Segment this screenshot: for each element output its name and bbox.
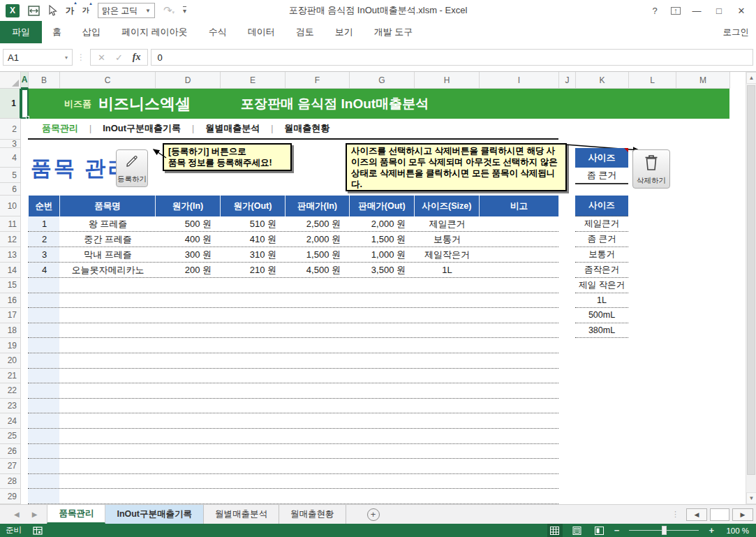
maximize-icon[interactable]: □ xyxy=(713,6,725,16)
zoom-slider[interactable] xyxy=(629,530,699,531)
table-cell[interactable]: 500 원 xyxy=(156,216,221,231)
ribbon-tab-7[interactable]: 보기 xyxy=(325,21,364,43)
size-list-item[interactable]: 좀 큰거 xyxy=(575,232,628,247)
macro-record-icon[interactable] xyxy=(33,527,43,535)
table-cell[interactable]: 210 원 xyxy=(221,263,286,277)
table-cell[interactable]: 3 xyxy=(29,247,60,262)
minimize-icon[interactable]: — xyxy=(690,6,703,16)
vertical-scrollbar[interactable]: ▲ ▼ xyxy=(746,72,756,504)
column-header-G[interactable]: G xyxy=(350,72,415,89)
new-sheet-icon[interactable]: + xyxy=(367,508,380,521)
table-cell[interactable]: 막내 프레즐 xyxy=(60,247,156,262)
zoom-in-icon[interactable]: + xyxy=(709,525,714,536)
sheet-canvas[interactable]: 비즈폼 비즈니스엑셀 포장판매 음식점 InOut매출분석 품목관리|InOut… xyxy=(0,89,746,504)
column-header-F[interactable]: F xyxy=(286,72,350,89)
table-cell[interactable] xyxy=(480,247,559,262)
ribbon-tab-6[interactable]: 검토 xyxy=(286,21,325,43)
help-icon[interactable]: ? xyxy=(648,6,661,16)
column-header-E[interactable]: E xyxy=(221,72,286,89)
ribbon-tab-4[interactable]: 수식 xyxy=(198,21,237,43)
table-cell[interactable]: 200 원 xyxy=(156,263,221,277)
table-cell[interactable] xyxy=(480,263,559,277)
column-header-C[interactable]: C xyxy=(60,72,156,89)
ribbon-display-options-icon[interactable]: ↑ xyxy=(671,7,681,15)
ribbon-tab-1[interactable]: 홈 xyxy=(42,21,72,43)
table-cell[interactable]: 2,000 원 xyxy=(286,232,350,247)
touch-mode-icon[interactable] xyxy=(28,6,40,16)
row-number-fill[interactable] xyxy=(28,429,59,443)
table-cell[interactable]: 1,500 원 xyxy=(350,232,415,247)
table-cell[interactable]: 2,500 원 xyxy=(286,216,350,231)
table-cell[interactable]: 왕 프레즐 xyxy=(60,216,156,231)
size-selector-header[interactable]: 사이즈 xyxy=(575,148,628,168)
ribbon-tab-5[interactable]: 데이터 xyxy=(237,21,286,43)
table-cell[interactable]: 2 xyxy=(29,232,60,247)
size-list-item[interactable]: 1L xyxy=(575,293,628,309)
scrollbar-resize-handle[interactable]: ⋮ xyxy=(672,510,679,519)
shrink-font-icon[interactable]: 가▲ xyxy=(82,6,89,15)
column-header-B[interactable]: B xyxy=(29,72,60,89)
nav-link-1[interactable]: InOut구분매출기록 xyxy=(103,122,181,135)
ribbon-tab-8[interactable]: 개발 도구 xyxy=(364,21,424,43)
table-cell[interactable]: 1,500 원 xyxy=(286,247,350,262)
table-cell[interactable]: 510 원 xyxy=(221,216,286,231)
sheet-next-icon[interactable]: ▶ xyxy=(32,510,38,518)
table-cell[interactable] xyxy=(480,232,559,247)
enter-icon[interactable]: ✓ xyxy=(115,52,123,63)
table-header-cell[interactable]: 순번 xyxy=(29,196,60,216)
table-cell[interactable]: 4 xyxy=(29,263,60,277)
table-cell[interactable]: 오늘못자메리카노 xyxy=(60,263,156,277)
ribbon-tab-0[interactable]: 파일 xyxy=(0,21,42,43)
login-link[interactable]: 로그인 xyxy=(723,21,756,43)
ribbon-tab-3[interactable]: 페이지 레이아웃 xyxy=(111,21,198,43)
scroll-left-icon[interactable]: ◀ xyxy=(686,508,707,521)
customize-qat-icon[interactable]: ▾ xyxy=(183,6,186,15)
table-cell[interactable]: 1L xyxy=(415,263,480,277)
table-cell[interactable]: 1 xyxy=(29,216,60,231)
nav-link-3[interactable]: 월매출현황 xyxy=(284,122,329,135)
row-number-fill[interactable] xyxy=(28,369,59,383)
row-number-fill[interactable] xyxy=(28,293,59,308)
select-all-corner[interactable] xyxy=(0,72,21,89)
table-cell[interactable]: 보통거 xyxy=(415,232,480,247)
scroll-up-icon[interactable]: ▲ xyxy=(746,72,756,84)
column-header-H[interactable]: H xyxy=(415,72,480,89)
row-number-fill[interactable] xyxy=(28,323,59,338)
page-layout-view-icon[interactable] xyxy=(570,524,585,537)
zoom-level[interactable]: 100 % xyxy=(721,527,749,535)
column-header-M[interactable]: M xyxy=(676,72,730,89)
page-break-view-icon[interactable] xyxy=(592,524,607,537)
table-cell[interactable]: 2,000 원 xyxy=(350,216,415,231)
name-box[interactable]: A1▾ xyxy=(3,49,73,66)
table-header-cell[interactable]: 사이즈(Size) xyxy=(415,196,480,216)
table-header-cell[interactable]: 원가(Out) xyxy=(221,196,286,216)
font-name-combobox[interactable]: 맑은 고딕▼ xyxy=(98,3,155,18)
size-list-item[interactable]: 제일큰거 xyxy=(575,216,628,232)
column-header-D[interactable]: D xyxy=(156,72,221,89)
table-cell[interactable]: 1,000 원 xyxy=(350,247,415,262)
size-list-item[interactable]: 보통거 xyxy=(575,247,628,263)
select-cursor-icon[interactable] xyxy=(48,5,57,16)
row-number-fill[interactable] xyxy=(28,489,59,503)
column-header-A[interactable]: A xyxy=(21,72,29,89)
normal-view-icon[interactable] xyxy=(547,524,563,537)
table-header-cell[interactable]: 품목명 xyxy=(60,196,156,216)
row-number-fill[interactable] xyxy=(28,474,59,489)
column-header-J[interactable]: J xyxy=(559,72,576,89)
table-cell[interactable]: 400 원 xyxy=(156,232,221,247)
sheet-tab-1[interactable]: InOut구분매출기록 xyxy=(105,505,204,524)
scroll-down-icon[interactable]: ▼ xyxy=(746,492,756,504)
horizontal-scrollbar[interactable]: ⋮ ◀ ▶ xyxy=(672,505,756,524)
size-list-item[interactable]: 좀작은거 xyxy=(575,263,628,278)
size-list-header[interactable]: 사이즈 xyxy=(575,196,628,216)
row-number-fill[interactable] xyxy=(28,383,59,398)
register-button[interactable]: 등록하기 xyxy=(116,149,148,187)
zoom-out-icon[interactable]: − xyxy=(614,525,620,536)
column-header-K[interactable]: K xyxy=(576,72,629,89)
table-cell[interactable]: 중간 프레즐 xyxy=(60,232,156,247)
horizontal-scroll-thumb[interactable] xyxy=(710,508,729,521)
row-number-fill[interactable] xyxy=(28,444,59,459)
table-header-cell[interactable]: 원가(In) xyxy=(156,196,221,216)
redo-icon[interactable]: ↷▾ xyxy=(163,4,175,17)
table-cell[interactable]: 제일큰거 xyxy=(415,216,480,231)
